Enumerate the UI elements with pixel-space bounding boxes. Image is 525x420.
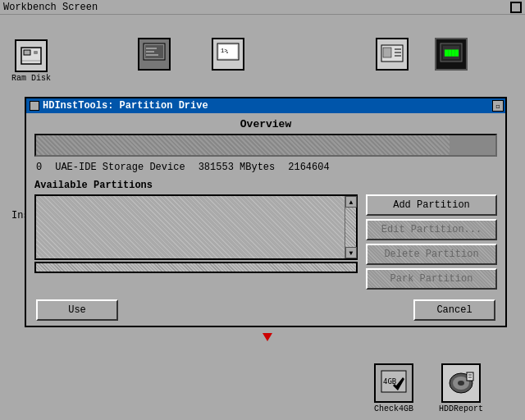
svg-rect-3 [22, 60, 40, 62]
list-container[interactable]: ▲ ▼ [34, 194, 358, 260]
shell2-icon-img: 1> [212, 38, 244, 71]
overview-label: Overview [34, 118, 497, 130]
check4gb-icon-img: 4GB [374, 363, 413, 403]
partitions-area: ▲ ▼ Add Partition Edit Partition... Dele… [34, 194, 497, 290]
list-inner [36, 196, 345, 258]
vertical-scrollbar[interactable]: ▲ ▼ [345, 196, 356, 258]
park-partition-button[interactable]: Park Partition [366, 268, 497, 290]
hddreport-icon[interactable]: HDDReport [435, 363, 487, 413]
ramdisk-icon[interactable]: Ram Disk [7, 39, 56, 83]
use-button[interactable]: Use [36, 299, 118, 321]
check4gb-label: Check4GB [374, 404, 413, 413]
scroll-down-btn[interactable]: ▼ [345, 247, 357, 258]
shell1-icon[interactable] [130, 38, 179, 72]
partitions-label: Available Partitions [34, 180, 497, 191]
delete-partition-button[interactable]: Delete Partition [366, 244, 497, 265]
hddreport-icon-img [441, 363, 481, 403]
device-name: UAE-IDE Storage Device [55, 162, 185, 173]
device-info-row: 0 UAE-IDE Storage Device 381553 MBytes 2… [34, 162, 497, 173]
scroll-track [345, 208, 356, 247]
overview-bar [34, 134, 497, 157]
bottom-row: Use Cancel [34, 299, 497, 321]
workbench-close-button[interactable] [510, 2, 522, 13]
svg-text:████: ████ [444, 49, 459, 57]
shell1-icon-img [138, 38, 171, 71]
icon-topr2-img: ████ [435, 38, 468, 71]
dialog-close-btn[interactable] [30, 101, 39, 111]
dialog-window: HDInstTools: Partition Drive ◻ Overview … [25, 97, 507, 327]
cancel-button[interactable]: Cancel [413, 299, 495, 321]
icon-topr1-img [376, 38, 409, 71]
svg-rect-2 [34, 51, 38, 54]
workbench-title: Workbench Screen [3, 2, 98, 13]
device-blocks: 2164604 [288, 162, 329, 173]
horizontal-scrollbar[interactable] [34, 262, 358, 273]
overview-bar-fill [36, 135, 450, 155]
dialog-title: HDInstTools: Partition Drive [43, 100, 208, 112]
svg-rect-1 [24, 50, 30, 55]
desktop: Ram Disk 1> [0, 15, 525, 420]
svg-text:1>: 1> [221, 48, 227, 54]
edit-partition-button[interactable]: Edit Partition... [366, 219, 497, 240]
device-size: 381553 MBytes [199, 162, 276, 173]
dialog-titlebar: HDInstTools: Partition Drive ◻ [26, 98, 505, 113]
partition-listbox: ▲ ▼ [34, 194, 358, 290]
ramdisk-label: Ram Disk [11, 74, 51, 83]
svg-rect-26 [467, 372, 473, 381]
check4gb-icon[interactable]: 4GB Check4GB [368, 363, 420, 413]
svg-rect-14 [383, 48, 391, 57]
dialog-resize-btn[interactable]: ◻ [492, 100, 504, 112]
device-num: 0 [36, 162, 42, 173]
ramdisk-icon-img [15, 39, 48, 72]
scroll-up-btn[interactable]: ▲ [345, 196, 357, 208]
icon-topr2[interactable]: ████ [427, 38, 476, 72]
icon-topr1[interactable] [368, 38, 417, 72]
workbench-titlebar: Workbench Screen [0, 0, 525, 15]
svg-point-25 [458, 381, 464, 386]
add-partition-button[interactable]: Add Partition [366, 194, 497, 216]
buttons-panel: Add Partition Edit Partition... Delete P… [366, 194, 497, 290]
dialog-content: Overview 0 UAE-IDE Storage Device 381553… [26, 113, 505, 326]
hddreport-label: HDDReport [439, 404, 483, 413]
shell2-icon[interactable]: 1> [203, 38, 253, 72]
